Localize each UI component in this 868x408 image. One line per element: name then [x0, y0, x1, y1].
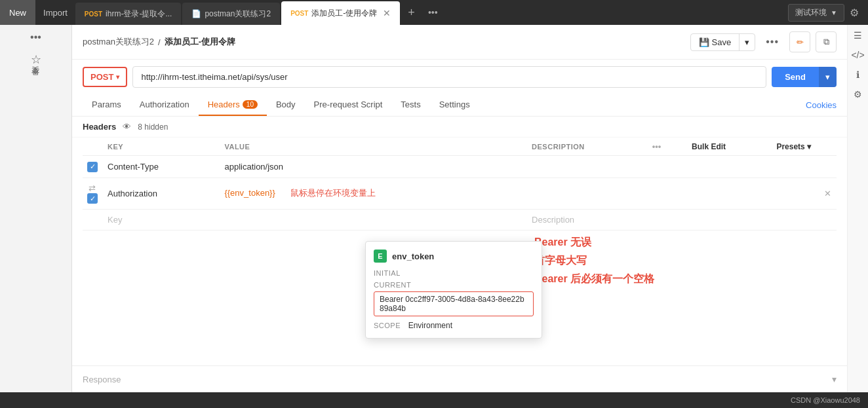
col-bulk-edit[interactable]: Bulk Edit: [667, 138, 751, 156]
edit-button[interactable]: ✏: [789, 31, 810, 52]
left-sidebar: ••• ☆ 变量: [0, 25, 72, 392]
desc-cell-2: [526, 177, 646, 210]
sidebar-dots[interactable]: •••: [30, 31, 41, 43]
annotation-space: Bearer 后必须有一个空格: [534, 272, 654, 286]
import-button[interactable]: Import: [35, 0, 75, 25]
checkbox-content-type[interactable]: ✓: [87, 162, 98, 172]
method-selector[interactable]: POST ▾: [83, 67, 127, 87]
copy-button[interactable]: ⧉: [816, 31, 837, 52]
tabs-more-button[interactable]: •••: [423, 7, 443, 18]
eye-icon[interactable]: 👁: [123, 122, 131, 132]
right-icon-info[interactable]: ℹ: [856, 69, 859, 80]
tooltip-current-label: CURRENT: [374, 281, 534, 289]
breadcrumb-bar: postman关联练习2 / 添加员工-使用令牌 💾 Save ▾ ••• ✏: [72, 25, 847, 60]
tab3-title: 添加员工-使用令牌: [311, 8, 377, 19]
tooltip-initial-label: INITIAL: [374, 269, 534, 277]
sidebar-star-icon[interactable]: ☆: [31, 52, 41, 67]
headers-count-badge: 10: [243, 100, 258, 109]
table-row: ✓ Content-Type application/json: [83, 156, 837, 178]
annotation-hover: 鼠标悬停在环境变量上: [290, 188, 376, 198]
url-bar: POST ▾ Send ▾: [72, 60, 847, 94]
right-icon-code[interactable]: </>: [851, 50, 864, 60]
tab-settings[interactable]: Settings: [430, 94, 479, 116]
env-tooltip-popup: E env_token INITIAL CURRENT Bearer 0cc2f…: [365, 241, 542, 339]
send-button[interactable]: Send ▾: [772, 67, 837, 87]
tab-body[interactable]: Body: [267, 94, 305, 116]
add-tab-button[interactable]: +: [400, 6, 423, 20]
tab2-icon: 📄: [191, 9, 201, 18]
send-main[interactable]: Send: [772, 67, 819, 87]
tooltip-env-name: env_token: [392, 251, 434, 261]
right-sidebar: ☰ </> ℹ ⚙: [847, 25, 868, 392]
headers-title-row: Headers 👁 8 hidden: [72, 117, 847, 138]
table-row: Key Description: [83, 210, 837, 231]
tooltip-scope-label: SCOPE: [374, 322, 401, 329]
hidden-count: 8 hidden: [138, 122, 168, 132]
footer-credit: CSDN @Xiaowu2048: [791, 396, 860, 404]
row-adjust-icon[interactable]: ⇄: [89, 183, 96, 193]
presets-chevron-icon: ▾: [807, 142, 811, 151]
copy-icon: ⧉: [823, 37, 829, 47]
request-tabs-bar: Params Authorization Headers 10 Body Pre…: [72, 94, 847, 117]
tab1-method: POST: [85, 10, 102, 18]
desc-cell-1: [526, 156, 646, 178]
row-close-icon[interactable]: ✕: [824, 189, 831, 198]
col-presets[interactable]: Presets ▾: [751, 138, 837, 156]
col-key: KEY: [102, 138, 219, 156]
col-value: VALUE: [219, 138, 526, 156]
response-collapse-icon[interactable]: ▾: [832, 374, 837, 384]
right-icon-list[interactable]: ☰: [854, 30, 862, 41]
presets-label: Presets: [776, 142, 804, 151]
tab2-title: postman关联练习2: [205, 9, 271, 20]
env-settings-icon[interactable]: ⚙: [847, 4, 861, 22]
key-cell-2: Authorization: [102, 177, 219, 210]
toolbar-dots[interactable]: •••: [760, 33, 784, 50]
tab-3[interactable]: POST 添加员工-使用令牌 ✕: [281, 1, 400, 25]
save-button-group[interactable]: 💾 Save ▾: [690, 33, 756, 51]
headers-tab-label: Headers: [208, 100, 240, 109]
right-icon-settings[interactable]: ⚙: [854, 89, 862, 100]
tab3-close[interactable]: ✕: [383, 8, 391, 18]
table-row: ⇄ ✓ Authorization {{env_token}} Bearer 无…: [83, 177, 837, 210]
annotation-cap: 首字母大写: [534, 254, 587, 268]
edit-icon: ✏: [797, 37, 804, 47]
tab-params[interactable]: Params: [83, 94, 130, 116]
tooltip-current-value: Bearer 0cc2ff97-3005-4d8a-8a43-8ee22b89a…: [374, 291, 534, 316]
tab-2[interactable]: 📄 postman关联练习2: [182, 3, 280, 25]
tab-headers[interactable]: Headers 10: [199, 94, 267, 116]
key-cell-1: Content-Type: [102, 156, 219, 178]
footer: CSDN @Xiaowu2048: [0, 392, 868, 408]
annotation-bearer: Bearer 无误: [534, 236, 591, 250]
save-icon: 💾: [699, 37, 709, 47]
env-selector[interactable]: 测试环境 ▼: [788, 4, 844, 22]
new-button[interactable]: New: [0, 0, 35, 25]
env-letter-badge: E: [374, 250, 387, 263]
url-input[interactable]: [132, 66, 766, 88]
cookies-link[interactable]: Cookies: [806, 100, 837, 110]
breadcrumb-separator: /: [158, 37, 161, 47]
checkbox-authorization[interactable]: ✓: [87, 193, 98, 204]
save-dropdown-arrow[interactable]: ▾: [739, 34, 755, 50]
value-placeholder[interactable]: [219, 210, 526, 231]
col-dots[interactable]: •••: [652, 141, 661, 151]
tab-authorization[interactable]: Authorization: [130, 94, 199, 116]
tab-pre-request[interactable]: Pre-request Script: [305, 94, 392, 116]
headers-title: Headers: [83, 122, 116, 132]
value-cell-2: {{env_token}} Bearer 无误 鼠标悬停在环境变量上: [219, 177, 526, 210]
breadcrumb: postman关联练习2 / 添加员工-使用令牌: [83, 36, 235, 48]
tab-tests[interactable]: Tests: [391, 94, 429, 116]
save-label[interactable]: Save: [712, 37, 732, 47]
method-label: POST: [90, 72, 113, 82]
tab3-method: POST: [290, 10, 308, 17]
tab1-title: ihrm-登录-提取令...: [106, 9, 172, 20]
method-chevron-icon: ▾: [116, 73, 119, 81]
env-chevron-icon: ▼: [831, 9, 837, 16]
response-section: Response ▾: [72, 365, 847, 392]
tab-1[interactable]: POST ihrm-登录-提取令...: [75, 3, 182, 25]
key-placeholder[interactable]: Key: [102, 210, 219, 231]
send-arrow[interactable]: ▾: [819, 67, 837, 87]
breadcrumb-parent[interactable]: postman关联练习2: [83, 36, 154, 48]
col-description: DESCRIPTION: [526, 138, 646, 156]
breadcrumb-current: 添加员工-使用令牌: [165, 36, 235, 48]
description-placeholder[interactable]: Description: [526, 210, 646, 231]
